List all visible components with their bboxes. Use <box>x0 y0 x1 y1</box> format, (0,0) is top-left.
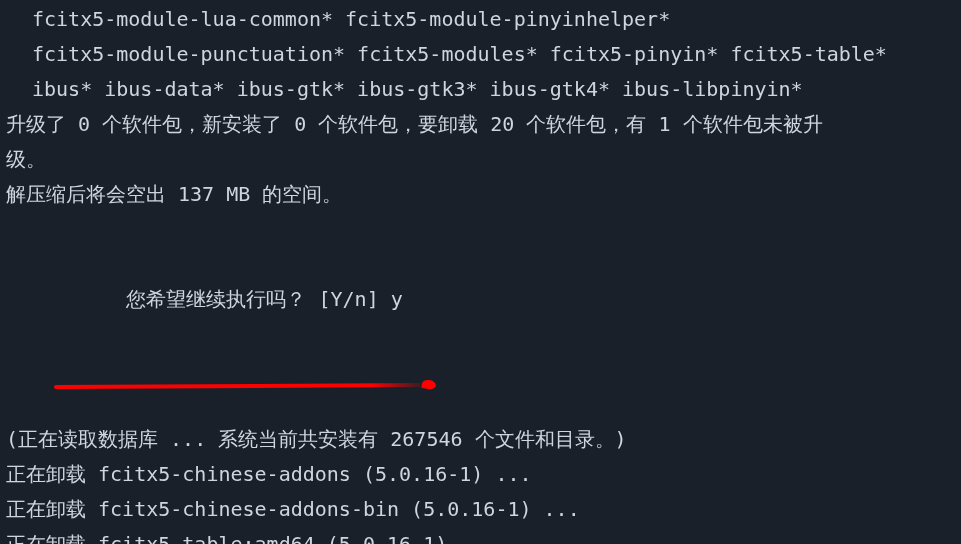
removing-package-line: 正在卸载 fcitx5-chinese-addons (5.0.16-1) ..… <box>6 457 961 492</box>
prompt-question: 您希望继续执行吗？ [Y/n] <box>126 287 390 311</box>
upgrade-summary-line: 级。 <box>6 142 961 177</box>
upgrade-summary-line: 升级了 0 个软件包，新安装了 0 个软件包，要卸载 20 个软件包，有 1 个… <box>6 107 961 142</box>
removing-package-line: 正在卸载 fcitx5-chinese-addons-bin (5.0.16-1… <box>6 492 961 527</box>
terminal-output[interactable]: fcitx5-module-lua-common* fcitx5-module-… <box>0 0 961 544</box>
space-freed-line: 解压缩后将会空出 137 MB 的空间。 <box>6 177 961 212</box>
user-input: y <box>391 287 403 311</box>
package-list-line: fcitx5-module-lua-common* fcitx5-module-… <box>6 2 961 37</box>
removing-package-line: 正在卸载 fcitx5-table:amd64 (5.0.16-1) ... <box>6 527 961 544</box>
package-list-line: fcitx5-module-punctuation* fcitx5-module… <box>6 37 961 72</box>
package-list-line: ibus* ibus-data* ibus-gtk* ibus-gtk3* ib… <box>6 72 961 107</box>
red-underline-annotation <box>54 383 428 389</box>
reading-database-line: (正在读取数据库 ... 系统当前共安装有 267546 个文件和目录。) <box>6 422 961 457</box>
confirm-prompt-line: 您希望继续执行吗？ [Y/n] y <box>6 212 961 422</box>
